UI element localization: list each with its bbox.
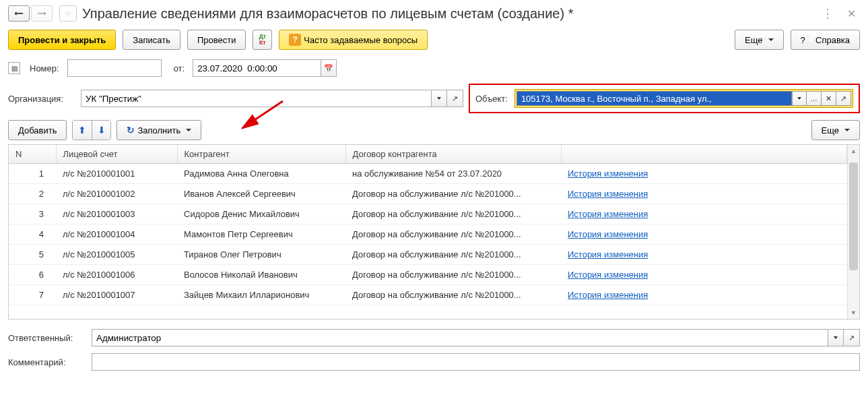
faq-label: Часто задаваемые вопросы (304, 35, 418, 45)
number-label: Номер: (30, 63, 59, 73)
cell-n: 4 (9, 224, 56, 245)
table-row[interactable]: 4л/с №2010001004Мамонтов Петр СергеевичД… (9, 224, 847, 245)
cell-n: 7 (9, 285, 56, 305)
document-icon: ▤ (8, 62, 20, 74)
open-icon: ↗ (840, 94, 846, 103)
cell-counterparty: Иванов Алексей Сергеевич (177, 184, 345, 204)
cell-contract: Договор на обслуживание л/с №201000... (345, 245, 561, 265)
history-link[interactable]: История изменения (568, 209, 648, 219)
help-button[interactable]: ? Справка (791, 30, 860, 50)
cell-contract: Договор на обслуживание л/с №201000... (345, 265, 561, 285)
write-button[interactable]: Записать (123, 30, 180, 50)
col-n[interactable]: N (9, 145, 56, 164)
table-row[interactable]: 1л/с №2010001001Радимова Анна Олеговнана… (9, 164, 847, 184)
org-open-button[interactable]: ↗ (447, 90, 463, 107)
object-ellipsis-button[interactable]: … (807, 91, 822, 106)
move-down-button[interactable]: ⬇ (92, 121, 110, 140)
cell-account: л/с №2010001002 (56, 184, 177, 204)
calendar-icon: 📅 (324, 64, 333, 73)
nav-forward-button[interactable]: 🠖 (31, 5, 53, 22)
fill-label: Заполнить (137, 125, 180, 135)
cell-contract: Договор на обслуживание л/с №201000... (345, 204, 561, 224)
kebab-menu-icon[interactable]: ⋮ (817, 6, 838, 21)
cell-n: 2 (9, 184, 56, 204)
favorite-button[interactable]: ☆ (59, 5, 77, 22)
comment-input[interactable] (92, 353, 860, 371)
responsible-input[interactable] (92, 329, 828, 346)
history-link[interactable]: История изменения (568, 169, 648, 179)
fill-button[interactable]: ↻ Заполнить (116, 120, 201, 140)
calendar-button[interactable]: 📅 (321, 59, 337, 77)
cell-counterparty: Тиранов Олег Петрович (177, 245, 345, 265)
col-history[interactable] (561, 145, 847, 164)
scroll-down-icon[interactable]: ▼ (848, 307, 859, 319)
object-clear-button[interactable]: ✕ (822, 91, 836, 106)
cell-counterparty: Сидоров Денис Михайлович (177, 204, 345, 224)
table-row[interactable]: 5л/с №2010001005Тиранов Олег ПетровичДог… (9, 245, 847, 265)
open-icon: ↗ (452, 94, 458, 103)
col-counterparty[interactable]: Контрагент (177, 145, 345, 164)
scroll-up-icon[interactable]: ▲ (848, 145, 859, 157)
more-button[interactable]: Еще (735, 30, 783, 50)
question-icon: ? (289, 34, 301, 46)
history-link[interactable]: История изменения (568, 290, 648, 300)
cell-contract: на обслуживание №54 от 23.07.2020 (345, 164, 561, 184)
org-input[interactable] (81, 90, 431, 107)
table-row[interactable]: 6л/с №2010001006Волосов Николай Иванович… (9, 265, 847, 285)
from-label: от: (174, 63, 185, 73)
cell-n: 5 (9, 245, 56, 265)
history-link[interactable]: История изменения (568, 189, 648, 199)
col-account[interactable]: Лицевой счет (56, 145, 177, 164)
table-scrollbar[interactable]: ▲ ▼ (847, 145, 859, 319)
responsible-dropdown-button[interactable] (828, 329, 844, 346)
cell-account: л/с №2010001007 (56, 285, 177, 305)
page-title: Управление сведениями для взаиморасчетов… (82, 6, 817, 22)
cell-counterparty: Радимова Анна Олеговна (177, 164, 345, 184)
history-link[interactable]: История изменения (568, 229, 648, 239)
cell-counterparty: Мамонтов Петр Сергеевич (177, 224, 345, 245)
date-input[interactable] (193, 59, 321, 77)
table-row[interactable]: 7л/с №2010001007Зайцев Михаил Илларионов… (9, 285, 847, 305)
object-input[interactable] (516, 91, 792, 106)
history-link[interactable]: История изменения (568, 270, 648, 280)
help-label: Справка (815, 35, 850, 45)
number-input[interactable] (67, 59, 162, 77)
cell-contract: Договор на обслуживание л/с №201000... (345, 224, 561, 245)
org-dropdown-button[interactable] (431, 90, 447, 107)
cell-account: л/с №2010001001 (56, 164, 177, 184)
accounts-table: N Лицевой счет Контрагент Договор контра… (9, 145, 847, 305)
object-label: Объект: (475, 94, 508, 104)
table-more-button[interactable]: Еще (811, 120, 860, 140)
cell-counterparty: Волосов Николай Иванович (177, 265, 345, 285)
cell-n: 6 (9, 265, 56, 285)
open-icon: ↗ (848, 334, 855, 342)
help-q: ? (801, 35, 805, 45)
org-label: Организация: (8, 94, 73, 104)
add-row-button[interactable]: Добавить (8, 120, 67, 140)
fill-icon: ↻ (127, 125, 135, 135)
object-open-button[interactable]: ↗ (836, 91, 851, 106)
responsible-open-button[interactable]: ↗ (844, 329, 860, 346)
responsible-label: Ответственный: (8, 333, 84, 343)
cell-contract: Договор на обслуживание л/с №201000... (345, 184, 561, 204)
post-button[interactable]: Провести (187, 30, 246, 50)
cell-n: 1 (9, 164, 56, 184)
cell-n: 3 (9, 204, 56, 224)
object-dropdown-button[interactable] (792, 91, 807, 106)
cell-account: л/с №2010001003 (56, 204, 177, 224)
history-link[interactable]: История изменения (568, 249, 648, 260)
table-row[interactable]: 2л/с №2010001002Иванов Алексей Сергеевич… (9, 184, 847, 204)
move-up-button[interactable]: ⬆ (73, 121, 92, 140)
post-and-close-button[interactable]: Провести и закрыть (8, 30, 116, 50)
dtkt-icon: ДтКт (259, 34, 266, 46)
close-window-icon[interactable]: ✕ (843, 7, 860, 20)
nav-back-button[interactable]: 🠔 (8, 5, 30, 22)
table-row[interactable]: 3л/с №2010001003Сидоров Денис Михайлович… (9, 204, 847, 224)
scroll-thumb[interactable] (849, 162, 858, 270)
dtkt-button[interactable]: ДтКт (253, 30, 272, 50)
arrow-up-icon: ⬆ (78, 125, 86, 135)
col-contract[interactable]: Договор контрагента (345, 145, 561, 164)
faq-button[interactable]: ? Часто задаваемые вопросы (279, 30, 428, 50)
cell-account: л/с №2010001005 (56, 245, 177, 265)
cell-counterparty: Зайцев Михаил Илларионович (177, 285, 345, 305)
